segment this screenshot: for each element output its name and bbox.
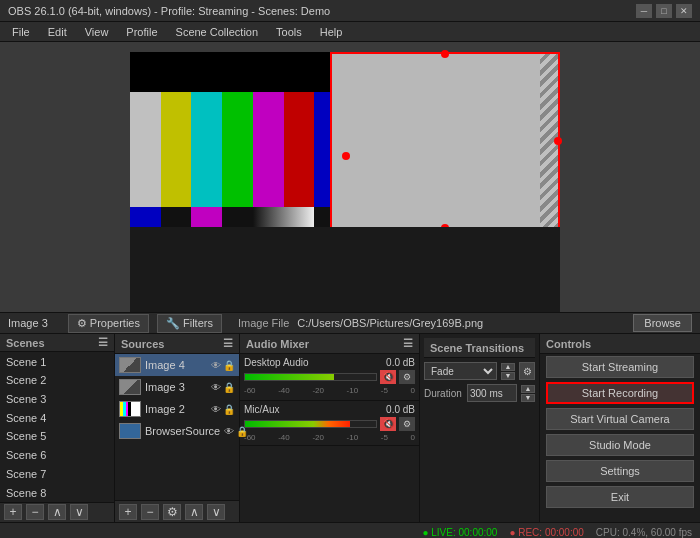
menu-view[interactable]: View bbox=[77, 22, 117, 42]
browse-button[interactable]: Browse bbox=[633, 314, 692, 332]
audio-mic-markers: -60-40-20-10-50 bbox=[244, 433, 415, 442]
filters-button[interactable]: 🔧 Filters bbox=[157, 314, 222, 333]
menu-file[interactable]: File bbox=[4, 22, 38, 42]
rec-indicator: ● REC: 00:00:00 bbox=[509, 527, 583, 538]
audio-track-mic: Mic/Aux 0.0 dB 🔇 ⚙ -60-40-20-10-50 bbox=[240, 401, 419, 446]
source-icons-4: 👁 🔒 bbox=[211, 360, 235, 371]
info-bar: Image 3 ⚙ Properties 🔧 Filters Image Fil… bbox=[0, 312, 700, 334]
transition-gear-button[interactable]: ⚙ bbox=[519, 362, 535, 380]
audio-mic-label: Mic/Aux bbox=[244, 404, 280, 415]
sources-up-button[interactable]: ∧ bbox=[185, 504, 203, 520]
audio-desktop-settings-button[interactable]: ⚙ bbox=[399, 370, 415, 384]
sources-remove-button[interactable]: − bbox=[141, 504, 159, 520]
audio-panel: Audio Mixer ☰ Desktop Audio 0.0 dB 🔇 ⚙ -… bbox=[240, 334, 420, 522]
properties-button[interactable]: ⚙ Properties bbox=[68, 314, 149, 333]
transition-duration-input[interactable] bbox=[467, 384, 517, 402]
start-streaming-button[interactable]: Start Streaming bbox=[546, 356, 694, 378]
menu-scene-collection[interactable]: Scene Collection bbox=[168, 22, 267, 42]
maximize-button[interactable]: □ bbox=[656, 4, 672, 18]
scene-item-6[interactable]: Scene 6 bbox=[0, 446, 114, 465]
transitions-panel-header: Scene Transitions bbox=[424, 338, 535, 358]
source-item-image3[interactable]: Image 3 👁 🔒 bbox=[115, 376, 239, 398]
visibility-icon-3[interactable]: 👁 bbox=[211, 382, 221, 393]
source-item-image4[interactable]: Image 4 👁 🔒 bbox=[115, 354, 239, 376]
sources-panel-footer: + − ⚙ ∧ ∨ bbox=[115, 500, 239, 522]
audio-mic-settings-button[interactable]: ⚙ bbox=[399, 417, 415, 431]
transition-arrow-up[interactable]: ▲ bbox=[501, 363, 515, 371]
scene-item-4[interactable]: Scene 4 bbox=[0, 408, 114, 427]
sources-down-button[interactable]: ∨ bbox=[207, 504, 225, 520]
color-bars-top bbox=[130, 92, 345, 207]
menu-edit[interactable]: Edit bbox=[40, 22, 75, 42]
transition-duration-up[interactable]: ▲ bbox=[521, 385, 535, 393]
visibility-icon-browser[interactable]: 👁 bbox=[224, 426, 234, 437]
start-virtual-camera-button[interactable]: Start Virtual Camera bbox=[546, 408, 694, 430]
audio-panel-header: Audio Mixer ☰ bbox=[240, 334, 419, 354]
source-thumb-4 bbox=[119, 357, 141, 373]
lock-icon-3[interactable]: 🔒 bbox=[223, 382, 235, 393]
exit-button[interactable]: Exit bbox=[546, 486, 694, 508]
source-icons-3: 👁 🔒 bbox=[211, 382, 235, 393]
preview-black-bottom bbox=[130, 227, 560, 312]
transition-type-select[interactable]: Fade Cut Swipe Slide bbox=[424, 362, 497, 380]
preview-area bbox=[0, 42, 700, 312]
audio-header-icon: ☰ bbox=[403, 337, 413, 350]
live-indicator: ● LIVE: 00:00:00 bbox=[422, 527, 497, 538]
source-item-browser[interactable]: BrowserSource 👁 🔒 bbox=[115, 420, 239, 442]
audio-track-mic-header: Mic/Aux 0.0 dB bbox=[244, 404, 415, 415]
scene-item-8[interactable]: Scene 8 bbox=[0, 483, 114, 502]
selected-item-label: Image 3 bbox=[8, 317, 48, 329]
audio-desktop-mute-button[interactable]: 🔇 bbox=[380, 370, 396, 384]
visibility-icon-4[interactable]: 👁 bbox=[211, 360, 221, 371]
handle-center bbox=[342, 152, 350, 160]
grey-overlay-box bbox=[330, 52, 560, 230]
sources-header-icon: ☰ bbox=[223, 337, 233, 350]
scene-item-1[interactable]: Scene 1 bbox=[0, 352, 114, 371]
minimize-button[interactable]: ─ bbox=[636, 4, 652, 18]
bar-yellow bbox=[161, 92, 192, 207]
scenes-panel-footer: + − ∧ ∨ bbox=[0, 502, 114, 522]
source-name-browser: BrowserSource bbox=[145, 425, 220, 437]
lock-icon-4[interactable]: 🔒 bbox=[223, 360, 235, 371]
menu-tools[interactable]: Tools bbox=[268, 22, 310, 42]
scenes-add-button[interactable]: + bbox=[4, 504, 22, 520]
audio-mic-db: 0.0 dB bbox=[386, 404, 415, 415]
scene-item-2[interactable]: Scene 2 bbox=[0, 371, 114, 390]
settings-button[interactable]: Settings bbox=[546, 460, 694, 482]
bar-green bbox=[222, 92, 253, 207]
transition-arrow-down[interactable]: ▼ bbox=[501, 372, 515, 380]
lock-icon-2[interactable]: 🔒 bbox=[223, 404, 235, 415]
sources-panel: Sources ☰ Image 4 👁 🔒 Image 3 👁 🔒 Image … bbox=[115, 334, 240, 522]
menu-profile[interactable]: Profile bbox=[118, 22, 165, 42]
transition-arrows: ▲ ▼ bbox=[501, 363, 515, 380]
scene-item-7[interactable]: Scene 7 bbox=[0, 464, 114, 483]
start-recording-button[interactable]: Start Recording bbox=[546, 382, 694, 404]
scenes-down-button[interactable]: ∨ bbox=[70, 504, 88, 520]
status-bar: ● LIVE: 00:00:00 ● REC: 00:00:00 CPU: 0.… bbox=[0, 522, 700, 538]
scene-item-5[interactable]: Scene 5 bbox=[0, 427, 114, 446]
transition-duration-down[interactable]: ▼ bbox=[521, 394, 535, 402]
scenes-remove-button[interactable]: − bbox=[26, 504, 44, 520]
audio-mic-mute-button[interactable]: 🔇 bbox=[380, 417, 396, 431]
source-name-4: Image 4 bbox=[145, 359, 185, 371]
transition-type-row: Fade Cut Swipe Slide ▲ ▼ ⚙ bbox=[424, 362, 535, 380]
audio-mic-level-fill bbox=[245, 421, 350, 427]
close-button[interactable]: ✕ bbox=[676, 4, 692, 18]
source-icons-2: 👁 🔒 bbox=[211, 404, 235, 415]
source-item-image2[interactable]: Image 2 👁 🔒 bbox=[115, 398, 239, 420]
audio-desktop-db: 0.0 dB bbox=[386, 357, 415, 368]
transitions-header-label: Scene Transitions bbox=[430, 342, 524, 354]
scene-item-3[interactable]: Scene 3 bbox=[0, 390, 114, 409]
audio-desktop-label: Desktop Audio bbox=[244, 357, 309, 368]
studio-mode-button[interactable]: Studio Mode bbox=[546, 434, 694, 456]
scenes-header-label: Scenes bbox=[6, 337, 45, 349]
transition-duration-label: Duration bbox=[424, 388, 463, 399]
menu-help[interactable]: Help bbox=[312, 22, 351, 42]
audio-track-desktop-header: Desktop Audio 0.0 dB bbox=[244, 357, 415, 368]
visibility-icon-2[interactable]: 👁 bbox=[211, 404, 221, 415]
sources-add-button[interactable]: + bbox=[119, 504, 137, 520]
transitions-panel: Scene Transitions Fade Cut Swipe Slide ▲… bbox=[420, 334, 540, 522]
transitions-content: Fade Cut Swipe Slide ▲ ▼ ⚙ Duration ▲ ▼ bbox=[424, 362, 535, 406]
sources-gear-button[interactable]: ⚙ bbox=[163, 504, 181, 520]
scenes-up-button[interactable]: ∧ bbox=[48, 504, 66, 520]
